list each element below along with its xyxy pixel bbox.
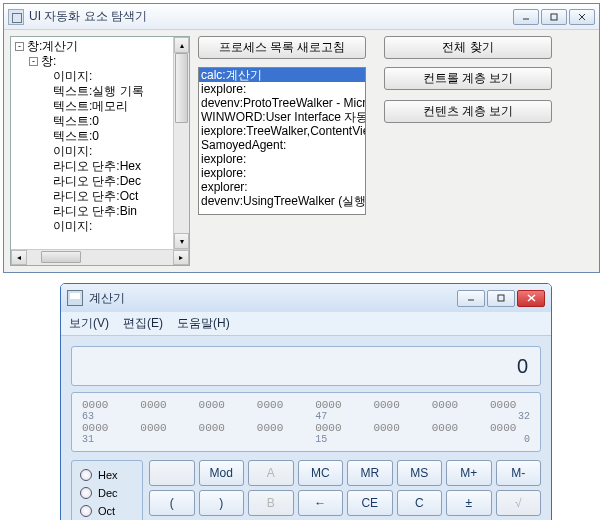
radix-dec[interactable]: Dec xyxy=(80,487,134,499)
calc-titlebar[interactable]: 계산기 xyxy=(61,284,551,312)
radix-hex[interactable]: Hex xyxy=(80,469,134,481)
key-A: A xyxy=(248,460,294,486)
close-button[interactable] xyxy=(569,9,595,25)
window-title: UI 자동화 요소 탐색기 xyxy=(29,8,513,25)
key-C[interactable]: C xyxy=(397,490,443,516)
svg-rect-1 xyxy=(551,14,557,20)
key-blank xyxy=(149,460,195,486)
calc-display: 0 xyxy=(71,346,541,386)
radix-oct[interactable]: Oct xyxy=(80,505,134,517)
minimize-button[interactable] xyxy=(513,9,539,25)
scroll-down-icon[interactable]: ▾ xyxy=(174,233,189,249)
list-item[interactable]: calc:계산기 xyxy=(199,68,365,82)
expander-icon[interactable]: - xyxy=(15,42,24,51)
view-content-tree-button[interactable]: 컨텐츠 계층 보기 xyxy=(384,100,552,123)
close-button[interactable] xyxy=(517,290,545,307)
scroll-thumb[interactable] xyxy=(41,251,81,263)
list-item[interactable]: iexplore: xyxy=(199,166,365,180)
calculator-window: 계산기 보기(V)편집(E)도움말(H) 0 00000000000000000… xyxy=(60,283,552,520)
key-M-[interactable]: M- xyxy=(496,460,542,486)
menu-item[interactable]: 편집(E) xyxy=(123,315,163,332)
tree-item[interactable]: -창:계산기 xyxy=(13,39,185,54)
tree-hscrollbar[interactable]: ◂ ▸ xyxy=(11,249,189,265)
list-item[interactable]: devenv:ProtoTreeWalker - Micr xyxy=(199,96,365,110)
tree-item[interactable]: 이미지: xyxy=(13,219,185,234)
tree-view[interactable]: -창:계산기-창:이미지:텍스트:실행 기록텍스트:메모리텍스트:0텍스트:0이… xyxy=(10,36,190,266)
tree-item[interactable]: 라디오 단추:Hex xyxy=(13,159,185,174)
maximize-button[interactable] xyxy=(541,9,567,25)
svg-rect-5 xyxy=(498,295,504,301)
menu-item[interactable]: 도움말(H) xyxy=(177,315,230,332)
tree-item[interactable]: -창: xyxy=(13,54,185,69)
list-item[interactable]: explorer: xyxy=(199,180,365,194)
radio-icon xyxy=(80,469,92,481)
tree-item[interactable]: 텍스트:0 xyxy=(13,114,185,129)
scroll-thumb[interactable] xyxy=(175,53,188,123)
tree-item[interactable]: 텍스트:메모리 xyxy=(13,99,185,114)
view-control-tree-button[interactable]: 컨트롤 계층 보기 xyxy=(384,67,552,90)
tree-item[interactable]: 라디오 단추:Bin xyxy=(13,204,185,219)
list-item[interactable]: devenv:UsingTreeWalker (실행 xyxy=(199,194,365,208)
refresh-processes-button[interactable]: 프로세스 목록 새로고침 xyxy=(198,36,366,59)
tree-item[interactable]: 텍스트:0 xyxy=(13,129,185,144)
minimize-button[interactable] xyxy=(457,290,485,307)
key-±[interactable]: ± xyxy=(446,490,492,516)
bit-display: 00000000000000000000000000000000 634732 … xyxy=(71,392,541,452)
app-icon xyxy=(8,9,24,25)
tree-item[interactable]: 이미지: xyxy=(13,144,185,159)
key-Mod[interactable]: Mod xyxy=(199,460,245,486)
radio-icon xyxy=(80,487,92,499)
maximize-button[interactable] xyxy=(487,290,515,307)
titlebar[interactable]: UI 자동화 요소 탐색기 xyxy=(4,4,599,30)
list-item[interactable]: iexplore:TreeWalker,ContentVie xyxy=(199,124,365,138)
key-←[interactable]: ← xyxy=(298,490,344,516)
list-item[interactable]: iexplore: xyxy=(199,82,365,96)
key- )[interactable]: ) xyxy=(199,490,245,516)
tree-vscrollbar[interactable]: ▴ ▾ xyxy=(173,37,189,249)
scroll-left-icon[interactable]: ◂ xyxy=(11,250,27,265)
keypad: ModAMCMRMSM+M-( )B←CEC±√RoLRoRC789/% xyxy=(149,460,541,520)
menu-item[interactable]: 보기(V) xyxy=(69,315,109,332)
expander-icon[interactable]: - xyxy=(29,57,38,66)
key-MS[interactable]: MS xyxy=(397,460,443,486)
key-B: B xyxy=(248,490,294,516)
tree-item[interactable]: 텍스트:실행 기록 xyxy=(13,84,185,99)
radio-icon xyxy=(80,505,92,517)
explorer-window: UI 자동화 요소 탐색기 -창:계산기-창:이미지:텍스트:실행 기록텍스트:… xyxy=(3,3,600,273)
calc-title: 계산기 xyxy=(89,290,457,307)
process-list[interactable]: calc:계산기iexplore:devenv:ProtoTreeWalker … xyxy=(198,67,366,215)
scroll-right-icon[interactable]: ▸ xyxy=(173,250,189,265)
key-( [interactable]: ( xyxy=(149,490,195,516)
tree-item[interactable]: 라디오 단추:Oct xyxy=(13,189,185,204)
key-√: √ xyxy=(496,490,542,516)
scroll-up-icon[interactable]: ▴ xyxy=(174,37,189,53)
radix-group: HexDecOctBin xyxy=(71,460,143,520)
list-item[interactable]: WINWORD:User Interface 자동화 xyxy=(199,110,365,124)
key-MC[interactable]: MC xyxy=(298,460,344,486)
tree-item[interactable]: 라디오 단추:Dec xyxy=(13,174,185,189)
tree-item[interactable]: 이미지: xyxy=(13,69,185,84)
key-CE[interactable]: CE xyxy=(347,490,393,516)
menu-bar: 보기(V)편집(E)도움말(H) xyxy=(61,312,551,336)
calc-icon xyxy=(67,290,83,306)
list-item[interactable]: iexplore: xyxy=(199,152,365,166)
list-item[interactable]: SamoyedAgent: xyxy=(199,138,365,152)
find-all-button[interactable]: 전체 찾기 xyxy=(384,36,552,59)
key-M+[interactable]: M+ xyxy=(446,460,492,486)
key-MR[interactable]: MR xyxy=(347,460,393,486)
